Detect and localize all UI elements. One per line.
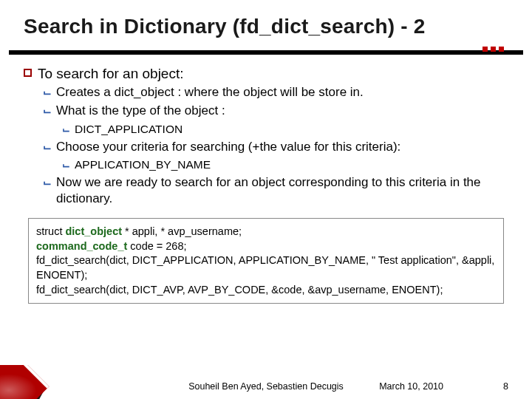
code-keyword: struct bbox=[36, 225, 65, 237]
bullet-text: DICT_APPLICATION bbox=[75, 122, 183, 137]
title-rule bbox=[24, 49, 508, 56]
bullet-text: To search for an object: bbox=[38, 65, 184, 83]
bullet-text: APPLICATION_BY_NAME bbox=[75, 157, 211, 173]
corner-decoration bbox=[0, 365, 59, 399]
code-text: code = 268; bbox=[130, 240, 186, 252]
slide: Search in Dictionary (fd_dict_search) - … bbox=[0, 0, 532, 399]
tilde-bullet-icon: ⌙ bbox=[43, 139, 52, 156]
tilde-bullet-icon: ⌙ bbox=[43, 103, 52, 120]
code-type: command_code_t bbox=[36, 240, 130, 252]
bullet-lvl2: ⌙ What is the type of the object : bbox=[43, 103, 508, 120]
bullet-lvl1: To search for an object: bbox=[24, 65, 508, 83]
tilde-bullet-icon: ⌙ bbox=[62, 122, 70, 137]
slide-title: Search in Dictionary (fd_dict_search) - … bbox=[24, 15, 508, 38]
code-text: fd_dict_search(dict, DICT_APPLICATION, A… bbox=[36, 254, 497, 281]
tilde-bullet-icon: ⌙ bbox=[43, 84, 52, 101]
title-rule-dots bbox=[482, 47, 504, 52]
bullet-lvl2: ⌙ Choose your criteria for searching (+t… bbox=[43, 139, 508, 156]
bullet-text: What is the type of the object : bbox=[56, 103, 225, 120]
corner-specular bbox=[0, 369, 44, 399]
bullet-text: Choose your criteria for searching (+the… bbox=[56, 139, 400, 156]
code-text: fd_dict_search(dict, DICT_AVP, AVP_BY_CO… bbox=[36, 284, 443, 296]
bullet-lvl3: ⌙ APPLICATION_BY_NAME bbox=[62, 157, 508, 173]
code-type: dict_object bbox=[65, 225, 125, 237]
footer-author: Souheil Ben Ayed, Sebastien Decugis bbox=[0, 381, 532, 392]
slide-body: To search for an object: ⌙ Creates a dic… bbox=[24, 65, 508, 206]
bullet-lvl2: ⌙ Now we are ready to search for an obje… bbox=[43, 174, 508, 207]
tilde-bullet-icon: ⌙ bbox=[43, 174, 52, 207]
bullet-text: Creates a dict_object : where the object… bbox=[56, 84, 364, 101]
square-bullet-icon bbox=[24, 69, 32, 77]
footer-date: March 10, 2010 bbox=[379, 381, 443, 392]
title-rule-bar bbox=[9, 50, 523, 55]
bullet-lvl3: ⌙ DICT_APPLICATION bbox=[62, 122, 508, 137]
footer: Souheil Ben Ayed, Sebastien Decugis Marc… bbox=[0, 381, 532, 392]
code-text: * appli, * avp_username; bbox=[125, 225, 242, 237]
bullet-lvl2: ⌙ Creates a dict_object : where the obje… bbox=[43, 84, 508, 101]
code-box: struct dict_object * appli, * avp_userna… bbox=[28, 218, 504, 304]
tilde-bullet-icon: ⌙ bbox=[62, 157, 70, 173]
bullet-text: Now we are ready to search for an object… bbox=[56, 174, 508, 207]
